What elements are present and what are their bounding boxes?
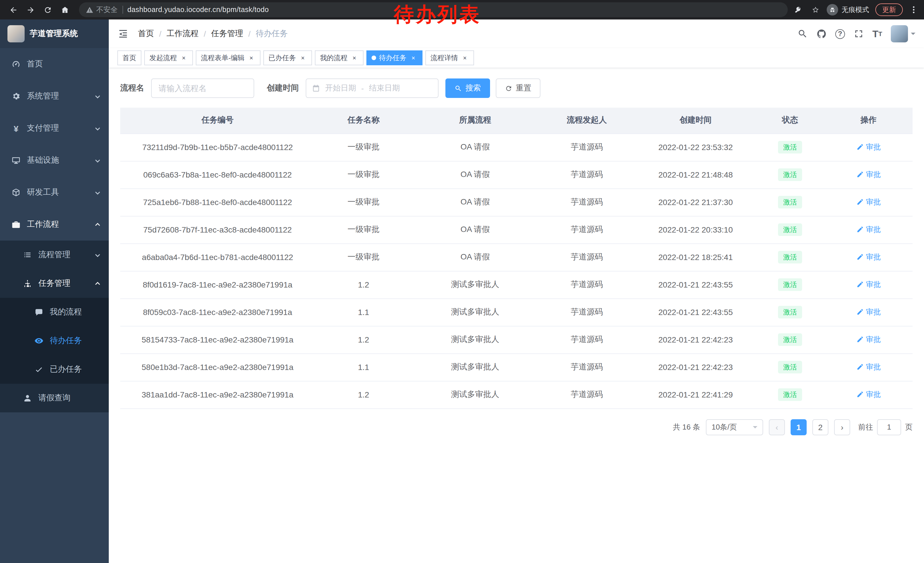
help-icon[interactable]: ? (835, 29, 845, 39)
back-button[interactable] (6, 2, 21, 17)
cell-task-name: 1.2 (315, 381, 412, 408)
home-button[interactable] (57, 2, 72, 17)
approve-button[interactable]: 审批 (856, 197, 881, 207)
breadcrumb-home[interactable]: 首页 (138, 29, 154, 39)
fullscreen-icon[interactable] (854, 29, 864, 39)
arrow-left-icon (9, 6, 18, 14)
address-bar[interactable]: 不安全 dashboard.yudao.iocoder.cn/bpm/task/… (79, 2, 788, 17)
tab-process-detail[interactable]: 流程详情 × (425, 50, 474, 65)
approve-button[interactable]: 审批 (856, 389, 881, 400)
sidebar-item-home[interactable]: 首页 (0, 48, 109, 80)
close-icon[interactable]: × (410, 54, 417, 62)
chevron-down-icon (94, 252, 101, 258)
page-button-2[interactable]: 2 (812, 419, 828, 435)
approve-button[interactable]: 审批 (856, 279, 881, 290)
tab-process-form-edit[interactable]: 流程表单-编辑 × (196, 50, 261, 65)
edit-icon (856, 336, 864, 343)
approve-label: 审批 (866, 142, 881, 152)
status-badge: 激活 (778, 333, 802, 346)
sidebar-collapse-button[interactable] (117, 28, 129, 39)
approve-button[interactable]: 审批 (856, 362, 881, 372)
sidebar-item-leave-query[interactable]: 请假查询 (0, 384, 109, 412)
cell-status: 激活 (756, 243, 824, 271)
approve-label: 审批 (866, 307, 881, 317)
caret-down-icon (911, 32, 915, 37)
breadcrumb-separator: / (204, 29, 206, 38)
sidebar-item-my-process[interactable]: 我的流程 (0, 298, 109, 326)
process-name-input[interactable] (151, 78, 254, 98)
approve-button[interactable]: 审批 (856, 170, 881, 180)
sidebar-item-infrastructure[interactable]: 基础设施 (0, 144, 109, 176)
tab-start-process[interactable]: 发起流程 × (144, 50, 193, 65)
tab-label: 我的流程 (320, 53, 348, 63)
tab-label: 首页 (123, 53, 136, 63)
reset-button[interactable]: 重置 (496, 78, 540, 98)
tab-home[interactable]: 首页 (117, 50, 141, 65)
github-icon[interactable] (816, 29, 826, 39)
sidebar-item-done-tasks[interactable]: 已办任务 (0, 355, 109, 384)
security-status[interactable]: 不安全 (86, 5, 118, 15)
close-icon[interactable]: × (461, 54, 469, 62)
goto-page-input[interactable] (877, 419, 901, 435)
reload-button[interactable] (40, 2, 55, 17)
search-button[interactable]: 搜索 (446, 78, 490, 98)
sidebar-item-payment[interactable]: ¥ 支付管理 (0, 112, 109, 144)
sidebar-item-label: 已办任务 (50, 364, 82, 375)
tab-my-process[interactable]: 我的流程 × (315, 50, 363, 65)
sidebar-item-devtools[interactable]: 研发工具 (0, 176, 109, 209)
approve-label: 审批 (866, 335, 881, 345)
cell-task-name: 1.2 (315, 271, 412, 299)
col-actions: 操作 (824, 108, 912, 134)
sidebar-item-system[interactable]: 系统管理 (0, 80, 109, 112)
sidebar-item-workflow[interactable]: 工作流程 (0, 209, 109, 240)
close-icon[interactable]: × (248, 54, 255, 62)
refresh-icon (505, 84, 512, 92)
user-menu[interactable] (891, 25, 915, 42)
arrow-right-icon (26, 6, 34, 14)
sidebar-menu: 首页 系统管理 ¥ 支付管理 基础设施 (0, 48, 109, 563)
col-task-id: 任务编号 (120, 108, 315, 134)
tab-done-tasks[interactable]: 已办任务 × (263, 50, 312, 65)
approve-button[interactable]: 审批 (856, 142, 881, 152)
breadcrumb-workflow[interactable]: 工作流程 (166, 29, 199, 39)
next-page-button[interactable]: › (834, 419, 850, 435)
sidebar: 芋道管理系统 首页 系统管理 ¥ 支付管理 (0, 20, 109, 563)
page-size-select[interactable]: 10条/页 (706, 419, 763, 435)
update-button[interactable]: 更新 (875, 3, 903, 16)
sidebar-item-todo-tasks[interactable]: 待办任务 (0, 326, 109, 355)
sidebar-item-label: 支付管理 (27, 123, 59, 134)
tab-todo-tasks[interactable]: 待办任务 × (366, 50, 423, 65)
org-tree-icon (23, 279, 32, 288)
search-icon[interactable] (798, 29, 808, 39)
close-icon[interactable]: × (350, 54, 358, 62)
cell-initiator: 芋道源码 (538, 299, 636, 326)
font-size-icon[interactable]: TT (873, 29, 882, 39)
sidebar-item-process-mgmt[interactable]: 流程管理 (0, 240, 109, 269)
app-logo-row[interactable]: 芋道管理系统 (0, 20, 109, 48)
breadcrumb-task-mgmt[interactable]: 任务管理 (211, 29, 243, 39)
app-title: 芋道管理系统 (30, 29, 78, 39)
chrome-menu-icon[interactable] (909, 5, 918, 14)
forward-button[interactable] (23, 2, 38, 17)
sidebar-item-task-mgmt[interactable]: 任务管理 (0, 269, 109, 298)
cell-task-name: 一级审批 (315, 188, 412, 216)
bookmark-star-icon[interactable] (811, 5, 820, 15)
approve-button[interactable]: 审批 (856, 252, 881, 262)
app-frame: 芋道管理系统 首页 系统管理 ¥ 支付管理 (0, 20, 924, 563)
close-icon[interactable]: × (180, 54, 188, 62)
cell-actions: 审批 (824, 216, 912, 243)
date-range-picker[interactable]: 开始日期 - 结束日期 (306, 78, 438, 98)
approve-button[interactable]: 审批 (856, 307, 881, 317)
cell-actions: 审批 (824, 188, 912, 216)
prev-page-button[interactable]: ‹ (769, 419, 785, 435)
approve-button[interactable]: 审批 (856, 335, 881, 345)
edit-icon (856, 391, 864, 398)
key-icon[interactable] (795, 5, 804, 15)
url-text: dashboard.yudao.iocoder.cn/bpm/task/todo (128, 6, 269, 14)
goto-suffix: 页 (905, 422, 912, 432)
sidebar-item-label: 待办任务 (50, 336, 82, 346)
approve-button[interactable]: 审批 (856, 225, 881, 235)
close-icon[interactable]: × (299, 54, 307, 62)
cell-task-id: 58154733-7ac8-11ec-a9e2-a2380e71991a (120, 326, 315, 353)
page-button-1[interactable]: 1 (790, 419, 807, 435)
